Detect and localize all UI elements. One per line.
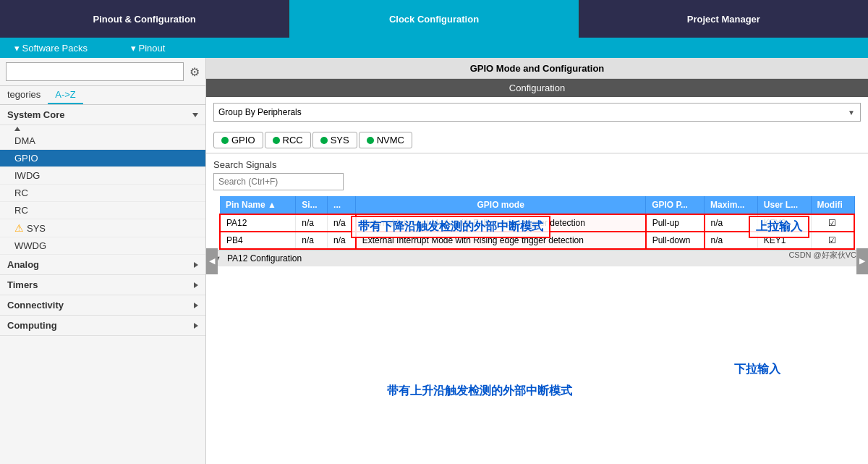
search-signals-label: Search Signals — [213, 159, 861, 170]
status-dot-sys — [320, 137, 328, 144]
sidebar-section-connectivity[interactable]: Connectivity — [0, 295, 205, 316]
cell-modifi: ☑ — [811, 232, 854, 249]
main-layout: ⚙ tegories A->Z System Core DMA GPIO IWD… — [0, 58, 868, 464]
search-section: Search Signals — [206, 153, 868, 196]
chevron-down-icon — [192, 113, 198, 117]
scroll-left-button[interactable]: ◀ — [206, 248, 218, 274]
cell-si: n/a — [296, 214, 328, 232]
chevron-right-icon — [194, 262, 198, 268]
col-dot: ... — [328, 196, 356, 214]
sys-peripheral-tab[interactable]: SYS — [312, 132, 357, 148]
group-by-select[interactable]: Group By Peripherals — [213, 103, 861, 122]
nvmc-peripheral-tab[interactable]: NVMC — [359, 132, 412, 148]
col-si: Si... — [296, 196, 328, 214]
sidebar-tabs: tegories A->Z — [0, 86, 205, 105]
up-arrow-icon — [14, 127, 20, 131]
sidebar-item-rc1[interactable]: RC — [0, 185, 205, 202]
sidebar-top: ⚙ — [0, 58, 205, 86]
cell-modifi: ☑ — [811, 214, 854, 232]
cell-gpio-p: Pull-down — [646, 232, 705, 249]
content-area: ◀ ▶ GPIO Mode and Configuration Configur… — [206, 58, 868, 464]
cell-gpio-mode: External Interrupt Mode with Falling edg… — [356, 214, 646, 232]
top-navigation: Pinout & Configuration Clock Configurati… — [0, 0, 868, 38]
group-by-row: Group By Peripherals — [206, 97, 868, 127]
sidebar-section-system-core[interactable]: System Core — [0, 105, 205, 125]
watermark: CSDN @好家伙VCC — [788, 250, 862, 261]
col-user-l: User L... — [757, 196, 811, 214]
status-dot-gpio — [221, 137, 229, 144]
tab-az[interactable]: A->Z — [48, 86, 83, 104]
col-modifi: Modifi — [811, 196, 854, 214]
sidebar-section-timers[interactable]: Timers — [0, 275, 205, 295]
cell-pin-name: PB4 — [220, 232, 296, 249]
gpio-mode-header: GPIO Mode and Configuration — [206, 58, 868, 79]
sidebar-item-wwdg[interactable]: WWDG — [0, 237, 205, 255]
chevron-right-icon — [194, 323, 198, 329]
sidebar-item-rc2[interactable]: RC — [0, 202, 205, 219]
cell-gpio-mode: External Interrupt Mode with Rising edge… — [356, 232, 646, 249]
table-row: PB4 n/a n/a External Interrupt Mode with… — [220, 232, 854, 249]
config-header: Configuration — [206, 79, 868, 97]
col-pin-name: Pin Name ▲ — [220, 196, 296, 214]
sidebar: ⚙ tegories A->Z System Core DMA GPIO IWD… — [0, 58, 206, 464]
bottom-config-text: PA12 Configuration — [227, 253, 302, 263]
cell-col3: n/a — [328, 214, 356, 232]
annotation-rising-edge: 带有上升沿触发检测的外部中断模式 — [387, 384, 572, 397]
annotation-pull-down: 下拉输入 — [734, 363, 780, 375]
pinout-nav[interactable]: ▾ Pinout — [131, 43, 165, 54]
table-row: PA12 n/a n/a External Interrupt Mode wit… — [220, 214, 854, 232]
software-packs-nav[interactable]: ▾ Software Packs — [14, 43, 88, 54]
search-input[interactable] — [213, 173, 344, 190]
sidebar-item-dma[interactable]: DMA — [0, 132, 205, 150]
cell-maxim: n/a — [705, 232, 758, 249]
table-header-row: Pin Name ▲ Si... ... GPIO mode GPIO P...… — [220, 196, 854, 214]
sidebar-section-computing[interactable]: Computing — [0, 316, 205, 336]
sidebar-item-gpio[interactable]: GPIO — [0, 150, 205, 167]
status-dot-rcc — [273, 137, 280, 144]
sidebar-item-iwdg[interactable]: IWDG — [0, 167, 205, 185]
cell-user-l: KEY2 — [757, 214, 811, 232]
col-gpio-p: GPIO P... — [646, 196, 705, 214]
rcc-peripheral-tab[interactable]: RCC — [265, 132, 311, 148]
sidebar-section-analog[interactable]: Analog — [0, 255, 205, 275]
sub-navigation: ▾ Software Packs ▾ Pinout — [0, 38, 868, 58]
cell-gpio-p: Pull-up — [646, 214, 705, 232]
bottom-config-bar: ▼ PA12 Configuration — [206, 250, 868, 266]
status-dot-nvmc — [367, 137, 374, 144]
col-maxim: Maxim... — [705, 196, 758, 214]
tab-categories[interactable]: tegories — [0, 86, 48, 104]
cell-user-l: KEY1 — [757, 232, 811, 249]
gpio-peripheral-tab[interactable]: GPIO — [213, 132, 263, 148]
gpio-tabs: GPIO RCC SYS NVMC — [206, 127, 868, 153]
col-gpio-mode: GPIO mode — [356, 196, 646, 214]
chevron-right-icon — [194, 303, 198, 308]
cell-col3: n/a — [328, 232, 356, 249]
content-wrapper: GPIO Mode and Configuration Configuratio… — [206, 58, 868, 266]
sidebar-dropdown[interactable] — [6, 62, 184, 81]
chevron-right-icon — [194, 282, 198, 288]
gear-icon[interactable]: ⚙ — [190, 65, 200, 79]
group-by-wrapper: Group By Peripherals — [213, 103, 861, 122]
scroll-right-button[interactable]: ▶ — [856, 248, 868, 274]
cell-si: n/a — [296, 232, 328, 249]
pinout-config-tab[interactable]: Pinout & Configuration — [0, 0, 289, 38]
sidebar-item-sys[interactable]: ⚠ SYS — [0, 219, 205, 237]
project-manager-tab[interactable]: Project Manager — [579, 0, 868, 38]
warning-icon: ⚠ — [14, 222, 24, 234]
clock-config-tab[interactable]: Clock Configuration — [289, 0, 579, 38]
cell-pin-name: PA12 — [220, 214, 296, 232]
cell-maxim: n/a — [705, 214, 758, 232]
